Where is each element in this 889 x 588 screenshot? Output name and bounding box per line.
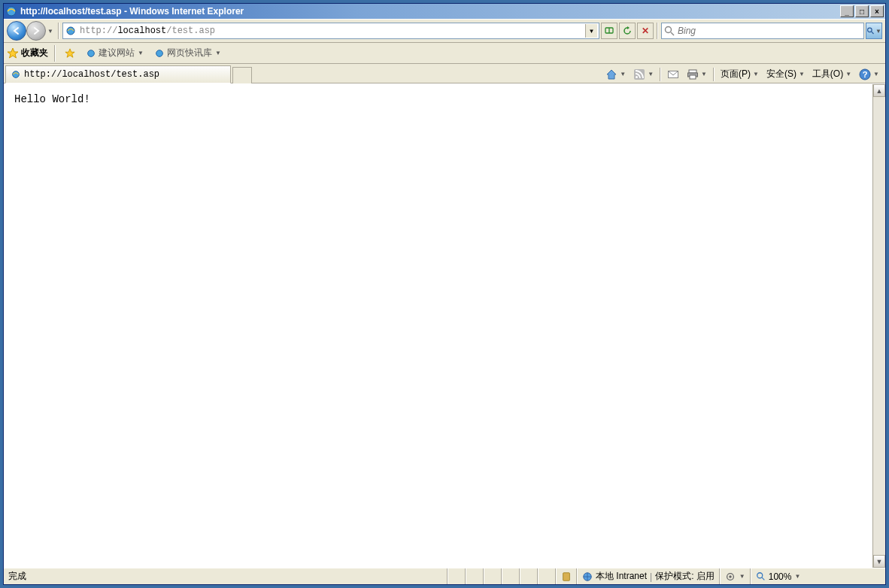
scroll-track[interactable] [873, 97, 885, 555]
suggested-sites-label: 建议网站 [99, 47, 135, 59]
safety-menu[interactable]: 安全(S)▼ [763, 66, 808, 82]
minimize-button[interactable]: _ [840, 5, 854, 17]
status-pane [484, 568, 502, 584]
status-bar: 完成 本地 Intranet | 保护模式: 启用 [4, 568, 885, 584]
page-body[interactable]: Hello World! [4, 84, 872, 568]
scroll-down-button[interactable]: ▼ [873, 555, 885, 568]
svg-line-6 [872, 32, 874, 34]
ie-small-icon [86, 48, 96, 59]
status-pane [466, 568, 484, 584]
chevron-down-icon: ▼ [845, 71, 851, 77]
favorites-bar: 收藏夹 建议网站 ▼ 网页快讯库 ▼ [4, 43, 885, 64]
divider [54, 45, 56, 62]
maximize-button[interactable]: □ [855, 5, 869, 17]
chevron-down-icon: ▼ [739, 573, 745, 580]
ie-small-icon [154, 48, 165, 59]
print-button[interactable]: ▼ [684, 67, 710, 82]
svg-rect-18 [563, 572, 570, 580]
help-icon: ? [859, 68, 871, 80]
suggested-sites-link[interactable]: 建议网站 ▼ [83, 45, 147, 61]
tab-bar: http://localhost/test.asp ▼ ▼ [4, 64, 885, 83]
page-menu[interactable]: 页面(P)▼ [718, 66, 762, 82]
refresh-button[interactable] [619, 23, 636, 39]
status-pane [538, 568, 556, 584]
svg-line-4 [671, 32, 674, 35]
svg-point-8 [156, 50, 163, 56]
scroll-up-button[interactable]: ▲ [873, 84, 885, 97]
window-controls: _ □ × [840, 5, 884, 17]
separator [660, 68, 661, 81]
forward-button[interactable] [26, 21, 46, 41]
address-input[interactable]: http://localhost/test.asp [80, 26, 585, 36]
status-pane [448, 568, 466, 584]
svg-point-3 [666, 27, 672, 33]
ie-logo-icon [5, 5, 17, 17]
stop-button[interactable]: ✕ [637, 23, 654, 39]
new-tab-button[interactable] [232, 67, 252, 83]
svg-rect-13 [689, 70, 696, 73]
add-favorites-button[interactable] [62, 47, 78, 60]
svg-point-11 [636, 76, 638, 78]
command-bar: ▼ ▼ ▼ 页面(P)▼ 安全 [602, 66, 882, 82]
svg-point-21 [729, 575, 732, 578]
back-button[interactable] [7, 21, 26, 41]
status-panes [448, 568, 556, 584]
vertical-scrollbar[interactable]: ▲ ▼ [872, 84, 885, 568]
read-mail-button[interactable] [664, 67, 682, 82]
web-slice-link[interactable]: 网页快讯库 ▼ [151, 45, 224, 61]
favorites-label: 收藏夹 [21, 47, 48, 59]
star-add-icon [65, 48, 75, 59]
protected-mode-button[interactable]: ▼ [720, 568, 751, 584]
safety-menu-label: 安全(S) [766, 68, 796, 80]
zoom-icon [756, 571, 766, 582]
web-slice-label: 网页快讯库 [167, 47, 212, 59]
tools-menu[interactable]: 工具(O)▼ [809, 66, 854, 82]
browser-window: http://localhost/test.asp - Windows Inte… [3, 3, 886, 585]
svg-point-5 [868, 28, 872, 32]
svg-point-7 [88, 50, 95, 56]
separator [713, 68, 715, 81]
chevron-down-icon: ▼ [873, 71, 879, 77]
status-text: 完成 [4, 568, 448, 584]
privacy-report-button[interactable] [556, 568, 577, 584]
address-bar[interactable]: http://localhost/test.asp ▼ [62, 23, 599, 39]
svg-rect-15 [690, 75, 696, 79]
chevron-down-icon: ▼ [701, 71, 707, 77]
security-zone[interactable]: 本地 Intranet | 保护模式: 启用 [577, 568, 720, 584]
ie-small-icon [11, 69, 21, 80]
shield-icon [561, 571, 572, 582]
favorites-button[interactable]: 收藏夹 [7, 47, 48, 59]
globe-icon [582, 571, 593, 582]
navigation-bar: ▼ http://localhost/test.asp ▼ ✕ [4, 19, 885, 43]
chevron-down-icon: ▼ [875, 28, 881, 35]
feeds-button[interactable]: ▼ [630, 67, 657, 82]
content-area: Hello World! ▲ ▼ [4, 83, 885, 568]
zoom-control[interactable]: 100% ▼ [751, 568, 806, 584]
nav-history-dropdown[interactable]: ▼ [46, 21, 55, 41]
page-icon [65, 25, 77, 37]
compatibility-button[interactable] [601, 23, 617, 39]
zoom-level: 100% [769, 571, 792, 582]
tools-menu-label: 工具(O) [812, 68, 843, 80]
chevron-down-icon: ▼ [799, 71, 805, 77]
search-go-button[interactable]: ▼ [866, 23, 882, 39]
search-icon [663, 25, 675, 37]
close-button[interactable]: × [870, 5, 884, 17]
gear-icon [725, 571, 736, 582]
status-pane [502, 568, 520, 584]
help-button[interactable]: ? ▼ [856, 67, 882, 82]
search-box[interactable] [661, 23, 864, 39]
tab-label: http://localhost/test.asp [24, 69, 159, 80]
home-button[interactable]: ▼ [602, 67, 629, 82]
page-text: Hello World! [14, 93, 90, 105]
svg-text:?: ? [863, 70, 868, 79]
chevron-down-icon: ▼ [753, 71, 759, 77]
address-dropdown[interactable]: ▼ [585, 24, 597, 38]
search-input[interactable] [678, 26, 862, 36]
title-bar[interactable]: http://localhost/test.asp - Windows Inte… [4, 4, 885, 19]
chevron-down-icon: ▼ [215, 50, 221, 56]
tab-active[interactable]: http://localhost/test.asp [5, 65, 231, 83]
divider [657, 23, 658, 39]
home-icon [605, 68, 617, 80]
page-menu-label: 页面(P) [721, 68, 751, 80]
